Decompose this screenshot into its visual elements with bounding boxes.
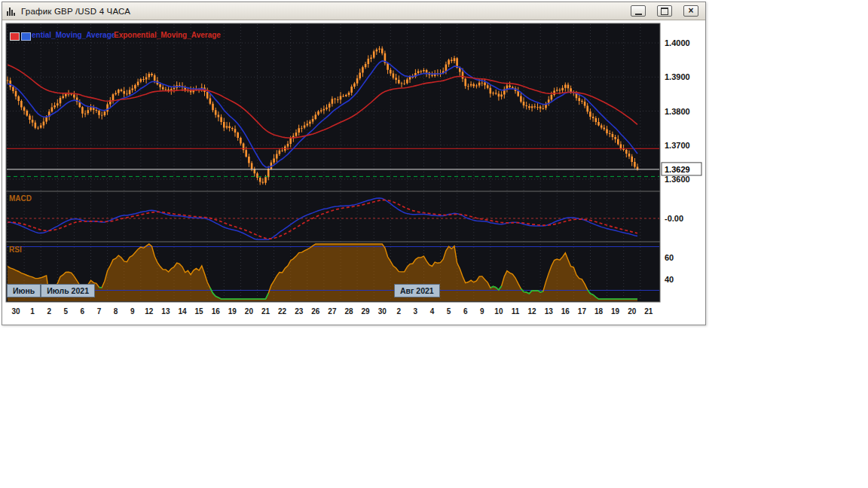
restore-button[interactable]	[657, 5, 672, 17]
svg-text:8: 8	[114, 307, 118, 316]
svg-text:5: 5	[64, 307, 69, 316]
svg-text:-0.00: -0.00	[665, 214, 683, 223]
svg-text:1.3800: 1.3800	[665, 107, 690, 116]
svg-text:17: 17	[578, 307, 587, 316]
svg-text:28: 28	[344, 307, 353, 316]
month-badge-july: Июль 2021	[41, 284, 95, 297]
minimize-icon	[635, 14, 642, 15]
svg-text:15: 15	[195, 307, 204, 316]
svg-text:22: 22	[278, 307, 287, 316]
svg-text:1: 1	[30, 307, 35, 316]
svg-text:6: 6	[81, 307, 85, 316]
svg-text:12: 12	[145, 307, 154, 316]
svg-text:60: 60	[665, 253, 674, 262]
svg-text:26: 26	[311, 307, 320, 316]
time-axis[interactable]: 3012567891213141516192021222326272829302…	[11, 307, 653, 316]
chart-icon	[7, 7, 17, 16]
svg-text:10: 10	[494, 307, 503, 316]
svg-text:23: 23	[295, 307, 304, 316]
ema-fast-legend: ential_Moving_Average	[32, 31, 115, 39]
svg-text:2: 2	[397, 307, 402, 316]
svg-text:27: 27	[328, 307, 337, 316]
restore-icon	[661, 8, 668, 15]
svg-text:16: 16	[561, 307, 570, 316]
svg-text:2: 2	[47, 307, 51, 316]
svg-text:21: 21	[261, 307, 270, 316]
svg-text:1.3900: 1.3900	[665, 72, 690, 81]
chart-canvas[interactable]: 1.40001.39001.38001.37001.36001.3629-0.0…	[2, 20, 704, 324]
svg-text:18: 18	[594, 307, 604, 316]
svg-text:5: 5	[447, 307, 451, 316]
svg-text:6: 6	[463, 307, 468, 316]
rsi-label: RSI	[9, 246, 22, 254]
svg-text:1.4000: 1.4000	[665, 38, 690, 47]
svg-text:13: 13	[161, 307, 170, 316]
svg-text:7: 7	[97, 307, 102, 316]
minimize-button[interactable]	[631, 5, 646, 17]
svg-text:1.3629: 1.3629	[665, 165, 690, 174]
svg-text:19: 19	[611, 307, 620, 316]
window-controls: ×	[631, 5, 701, 17]
svg-text:30: 30	[378, 307, 387, 316]
price-axis[interactable]: 1.40001.39001.38001.37001.36001.3629-0.0…	[662, 38, 701, 284]
svg-text:14: 14	[178, 307, 187, 316]
svg-text:4: 4	[430, 307, 435, 316]
chart-window: График GBP /USD 4 ЧАСА × 1.40001.39001.3…	[2, 2, 706, 325]
close-button[interactable]: ×	[683, 5, 698, 17]
ema-slow-legend: Exponential_Moving_Average	[114, 31, 221, 39]
window-title: График GBP /USD 4 ЧАСА	[21, 7, 130, 16]
legend-icon-blue[interactable]	[21, 32, 31, 41]
svg-text:1.3600: 1.3600	[665, 175, 690, 184]
month-badges: Июнь Июль 2021	[7, 284, 95, 297]
svg-text:20: 20	[245, 307, 254, 316]
svg-text:9: 9	[480, 307, 484, 316]
svg-text:1.3700: 1.3700	[665, 141, 690, 150]
window-titlebar[interactable]: График GBP /USD 4 ЧАСА ×	[2, 2, 705, 20]
svg-text:30: 30	[11, 307, 20, 316]
svg-text:40: 40	[665, 275, 674, 284]
svg-text:3: 3	[414, 307, 418, 316]
svg-text:13: 13	[545, 307, 554, 316]
svg-text:9: 9	[130, 307, 135, 316]
svg-text:12: 12	[528, 307, 537, 316]
svg-text:19: 19	[228, 307, 237, 316]
svg-text:29: 29	[362, 307, 371, 316]
month-badge-aug: Авг 2021	[394, 284, 440, 297]
svg-text:11: 11	[512, 307, 520, 316]
month-badge-june: Июнь	[7, 284, 41, 297]
svg-text:20: 20	[628, 307, 637, 316]
macd-label: MACD	[9, 194, 32, 203]
desktop: { "window": { "title": "График GBP /USD …	[0, 0, 868, 488]
legend-icon-red[interactable]	[10, 32, 20, 41]
svg-text:21: 21	[644, 307, 653, 316]
close-icon: ×	[688, 6, 693, 15]
chart-content: 1.40001.39001.38001.37001.36001.3629-0.0…	[2, 20, 704, 324]
svg-text:16: 16	[212, 307, 221, 316]
